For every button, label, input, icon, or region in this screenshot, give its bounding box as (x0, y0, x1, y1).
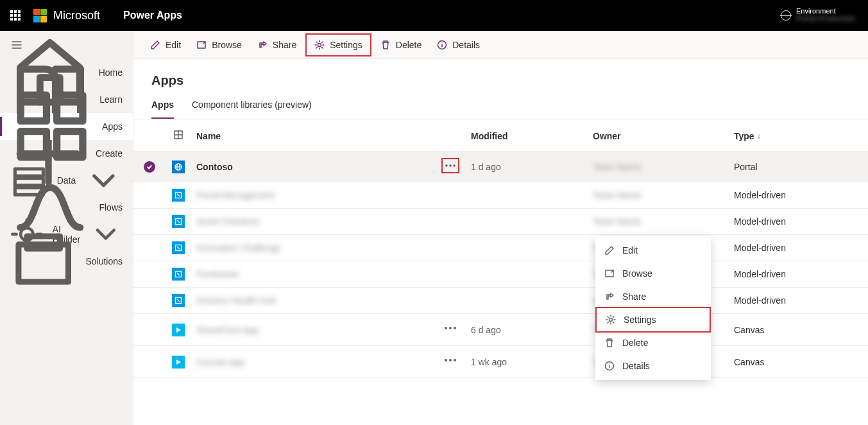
app-type-icon (172, 324, 185, 336)
solutions-icon (10, 228, 76, 294)
sidebar-item-label: Flows (99, 202, 123, 212)
app-name-cell[interactable]: Asset Checkout (196, 216, 259, 227)
app-type-icon (172, 215, 185, 228)
svg-point-41 (454, 327, 456, 329)
app-name-cell[interactable]: Fundraiser (196, 269, 239, 279)
app-name-cell[interactable]: Solution Health Hub (196, 295, 277, 306)
owner-cell: Team Name (593, 162, 641, 172)
row-more-button[interactable] (441, 352, 459, 368)
ctx-share[interactable]: Share (595, 285, 711, 308)
app-type-icon (172, 268, 185, 281)
table-row[interactable]: SharePoint App6 d agoTeam NameCanvas (133, 314, 868, 346)
svg-marker-42 (176, 360, 181, 365)
chevron-down-icon (89, 218, 123, 251)
sidebar-item-label: Learn (99, 94, 123, 105)
cmd-details[interactable]: Details (430, 36, 486, 54)
cmd-label: Details (452, 40, 480, 50)
microsoft-logo: Microsoft (33, 9, 100, 22)
type-cell: Model-driven (734, 269, 786, 279)
app-type-icon (172, 294, 185, 307)
svg-point-43 (445, 359, 447, 361)
svg-rect-3 (21, 96, 46, 121)
waffle-icon (10, 10, 21, 21)
main: Edit Browse Share Settings (133, 31, 868, 425)
col-owner[interactable]: Owner (593, 131, 724, 141)
cmd-share[interactable]: Share (251, 36, 303, 54)
cmd-browse[interactable]: Browse (190, 36, 248, 54)
sidebar-item-label: Solutions (85, 256, 123, 266)
svg-point-23 (442, 42, 443, 43)
type-cell: Canvas (734, 325, 764, 335)
delete-icon (380, 40, 391, 50)
col-name[interactable]: Name (196, 131, 430, 141)
browse-icon (196, 40, 207, 50)
row-more-button[interactable] (441, 320, 459, 336)
table-row[interactable]: Canvas app1 wk agoTeam NameCanvas (133, 346, 868, 378)
modified-cell: 1 d ago (471, 162, 501, 172)
cmd-label: Settings (330, 40, 362, 50)
waffle-button[interactable] (5, 5, 26, 26)
sidebar: Home Learn Apps Create Data Flows (0, 31, 133, 425)
app-name-cell[interactable]: Innovation Challenge (196, 243, 281, 253)
layout-icon[interactable] (173, 130, 183, 140)
tab-apps[interactable]: Apps (151, 93, 174, 119)
svg-rect-5 (21, 132, 46, 157)
ctx-browse[interactable]: Browse (595, 262, 711, 285)
app-type-icon (172, 189, 185, 202)
ctx-details[interactable]: Details (595, 354, 711, 377)
ctx-settings[interactable]: Settings (595, 307, 711, 333)
owner-cell: Team Name (593, 190, 641, 200)
app-name-cell[interactable]: Portal Management (196, 190, 275, 200)
svg-point-32 (453, 164, 455, 166)
row-more-button[interactable] (441, 158, 459, 173)
svg-point-31 (449, 164, 451, 166)
edit-icon (150, 40, 160, 50)
table-row[interactable]: Innovation ChallengeTeam NameModel-drive… (133, 235, 868, 261)
type-cell: Portal (734, 162, 758, 172)
highlight-settings-cmd: Settings (305, 33, 371, 56)
col-type[interactable]: Type↓ (734, 131, 863, 141)
share-icon (604, 291, 615, 302)
environment-name: Portal Production (796, 15, 855, 23)
sidebar-item-label: Home (99, 67, 123, 78)
modified-cell: 1 wk ago (471, 357, 507, 367)
table-row[interactable]: Portal ManagementTeam NameModel-driven (133, 182, 868, 209)
type-cell: Model-driven (734, 243, 786, 253)
more-icon (443, 158, 458, 173)
svg-rect-6 (57, 132, 83, 157)
apps-table: Name Modified Owner Type↓ Contoso1 d ago… (133, 119, 868, 378)
svg-point-50 (609, 363, 609, 364)
globe-icon (781, 10, 791, 21)
table-row[interactable]: Contoso1 d agoTeam NamePortal (133, 152, 868, 182)
app-name-cell[interactable]: Canvas app (196, 357, 244, 367)
table-row[interactable]: FundraiserTeam NameModel-driven (133, 261, 868, 288)
selected-badge-icon (144, 161, 155, 173)
gear-icon (606, 315, 616, 325)
cmd-label: Edit (166, 40, 181, 50)
tab-component-libraries[interactable]: Component libraries (preview) (192, 93, 312, 119)
environment-picker[interactable]: Environment Portal Production (781, 7, 863, 23)
share-icon (257, 40, 268, 50)
cmd-delete[interactable]: Delete (374, 36, 428, 54)
sidebar-item-flows[interactable]: Flows (0, 194, 133, 221)
svg-marker-38 (176, 327, 181, 333)
app-name-cell[interactable]: SharePoint App (196, 325, 259, 335)
type-cell: Model-driven (734, 216, 786, 227)
sidebar-item-solutions[interactable]: Solutions (0, 248, 133, 275)
ctx-delete[interactable]: Delete (595, 331, 711, 354)
info-icon (604, 361, 615, 371)
microsoft-wordmark: Microsoft (53, 9, 100, 22)
ctx-edit[interactable]: Edit (595, 239, 711, 262)
app-name-cell[interactable]: Contoso (196, 162, 233, 172)
cmd-settings[interactable]: Settings (308, 36, 369, 54)
sidebar-item-apps[interactable]: Apps (0, 113, 133, 140)
cmd-edit[interactable]: Edit (144, 36, 187, 54)
svg-point-40 (449, 327, 452, 329)
col-modified[interactable]: Modified (471, 131, 583, 141)
cmd-label: Share (273, 40, 296, 50)
page-title: Apps (133, 59, 868, 93)
table-row[interactable]: Solution Health Hubu/DevModel-driven (133, 288, 868, 314)
gear-icon (314, 40, 325, 50)
context-menu: Edit Browse Share Settings Delete (595, 236, 711, 380)
table-row[interactable]: Asset CheckoutTeam NameModel-driven (133, 209, 868, 235)
